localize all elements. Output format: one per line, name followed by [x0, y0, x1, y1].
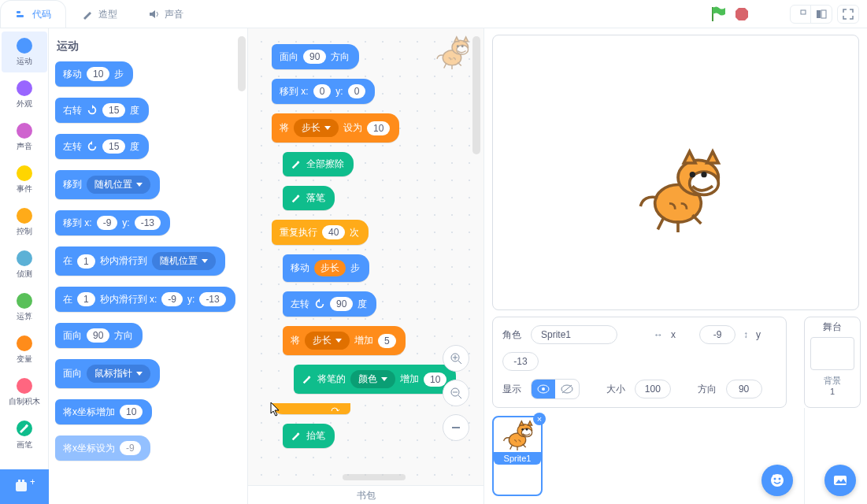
- svg-rect-14: [18, 480, 20, 482]
- cat-motion[interactable]: 运动: [2, 32, 47, 72]
- cat-events[interactable]: 事件: [2, 159, 47, 200]
- cat-myblocks[interactable]: 自制积木: [2, 372, 47, 413]
- direction-label: 方向: [698, 383, 718, 396]
- block-turn-cw[interactable]: 右转15度: [55, 98, 149, 123]
- category-rail: 运动 外观 声音 事件 控制 侦测 运算 变量 自制积木 画笔 +: [0, 28, 49, 504]
- zoom-reset-button[interactable]: [443, 414, 469, 441]
- backdrop-count: 1: [805, 387, 860, 396]
- block-glide-xy[interactable]: 在1秒内滑行到 x:-9y:-13: [55, 287, 235, 312]
- zoom-out-button[interactable]: [443, 380, 469, 406]
- stage-size-controls: [785, 0, 867, 28]
- hide-button[interactable]: [555, 380, 579, 398]
- block-turn-ccw[interactable]: 左转15度: [55, 134, 149, 159]
- sprite-name-input[interactable]: Sprite1: [531, 325, 617, 344]
- script-repeat[interactable]: 重复执行40次: [272, 220, 369, 245]
- stop-icon[interactable]: [735, 7, 749, 21]
- sprite-thumb-label: Sprite1: [494, 452, 541, 465]
- script-pen-up[interactable]: 抬笔: [283, 424, 335, 448]
- workspace-scrollbar-v[interactable]: [472, 36, 480, 154]
- script-stack[interactable]: 面向90方向 移到 x:0y:0 将步长设为10 全部擦除 落笔 重复执行40次…: [272, 44, 456, 458]
- sprite-y-input[interactable]: -13: [502, 352, 539, 371]
- svg-point-29: [771, 474, 784, 487]
- tab-code-label: 代码: [32, 8, 51, 21]
- block-goto-xy[interactable]: 移到 x:-9y:-13: [55, 210, 170, 235]
- sprite-x-input[interactable]: -9: [699, 325, 735, 344]
- block-point-towards[interactable]: 面向鼠标指针: [55, 359, 160, 388]
- palette-scrollbar[interactable]: [238, 36, 246, 91]
- block-point-dir[interactable]: 面向90方向: [55, 323, 143, 348]
- backpack-bar[interactable]: 书包: [248, 485, 484, 504]
- tab-sounds-label: 声音: [165, 8, 183, 21]
- stage-sprite[interactable]: [635, 146, 721, 232]
- script-pen-clear[interactable]: 全部擦除: [283, 152, 354, 176]
- workspace[interactable]: 面向90方向 移到 x:0y:0 将步长设为10 全部擦除 落笔 重复执行40次…: [248, 28, 484, 504]
- script-pen-change-color[interactable]: 将笔的颜色增加10: [294, 365, 456, 394]
- workspace-scrollbar-h[interactable]: [343, 474, 406, 480]
- script-set-var[interactable]: 将步长设为10: [272, 113, 399, 143]
- sprite-thumbnail[interactable]: × Sprite1: [492, 416, 543, 496]
- fullscreen-button[interactable]: [837, 5, 859, 24]
- visibility-toggle[interactable]: [531, 379, 580, 399]
- svg-rect-15: [22, 480, 24, 482]
- block-move-steps[interactable]: 移动10步: [55, 61, 133, 87]
- backdrop-label: 背景: [805, 375, 860, 387]
- stage-thumbnail[interactable]: [810, 337, 854, 370]
- code-icon: [15, 8, 28, 20]
- svg-point-26: [542, 387, 545, 391]
- stage-large-button[interactable]: [811, 6, 832, 23]
- add-extension-button[interactable]: +: [0, 469, 49, 504]
- editor-tabs: 代码 造型 声音: [0, 0, 867, 28]
- svg-rect-13: [16, 482, 27, 491]
- sprite-info-panel: 角色 Sprite1 ↔x -9 ↕y -13 显示 大小 10: [492, 317, 787, 408]
- svg-point-30: [774, 478, 776, 480]
- script-goto-xy[interactable]: 移到 x:0y:0: [272, 79, 375, 104]
- stage-selector[interactable]: 舞台 背景 1: [804, 317, 861, 408]
- size-label: 大小: [606, 383, 627, 396]
- tab-sounds[interactable]: 声音: [132, 0, 198, 28]
- svg-rect-9: [801, 10, 806, 14]
- svg-point-31: [779, 478, 781, 480]
- add-backdrop-button[interactable]: [824, 465, 856, 496]
- tab-costumes-label: 造型: [98, 8, 117, 21]
- palette-heading: 运动: [57, 39, 241, 54]
- speaker-icon: [147, 8, 160, 20]
- script-move-var[interactable]: 移动步长步: [283, 254, 369, 282]
- cat-sound[interactable]: 声音: [2, 117, 47, 158]
- svg-text:+: +: [30, 477, 35, 487]
- tab-costumes[interactable]: 造型: [66, 0, 132, 28]
- cat-operators[interactable]: 运算: [2, 287, 47, 328]
- blocks-panel: 运动 外观 声音 事件 控制 侦测 运算 变量 自制积木 画笔 + 运动 移动1…: [0, 28, 248, 504]
- cat-looks[interactable]: 外观: [2, 74, 47, 115]
- svg-rect-10: [817, 10, 821, 18]
- mouse-cursor-icon: [270, 402, 281, 417]
- stage-title: 舞台: [805, 321, 860, 334]
- cat-pen[interactable]: 画笔: [2, 414, 47, 455]
- block-set-x[interactable]: 将x坐标设为-9: [55, 435, 150, 461]
- script-change-var[interactable]: 将步长增加5: [283, 326, 406, 355]
- svg-marker-8: [735, 8, 748, 20]
- add-sprite-button[interactable]: [761, 465, 793, 496]
- script-turn-ccw[interactable]: 左转90度: [283, 291, 376, 317]
- block-glide-menu[interactable]: 在1秒内滑行到随机位置: [55, 246, 225, 276]
- stage[interactable]: [492, 35, 859, 310]
- block-change-x[interactable]: 将x坐标增加10: [55, 399, 152, 424]
- green-flag-icon[interactable]: [710, 6, 725, 23]
- block-palette[interactable]: 运动 移动10步 右转15度 左转15度 移到随机位置 移到 x:-9y:-13…: [49, 28, 247, 504]
- block-goto-menu[interactable]: 移到随机位置: [55, 170, 160, 199]
- zoom-in-button[interactable]: [443, 345, 469, 372]
- script-pen-down[interactable]: 落笔: [283, 186, 335, 210]
- svg-rect-11: [821, 10, 826, 18]
- cat-sensing[interactable]: 侦测: [2, 244, 47, 285]
- show-button[interactable]: [532, 380, 555, 398]
- stage-small-button[interactable]: [791, 6, 811, 23]
- delete-sprite-button[interactable]: ×: [533, 413, 546, 425]
- cat-control[interactable]: 控制: [2, 202, 47, 243]
- tab-code[interactable]: 代码: [0, 0, 66, 28]
- script-point-dir[interactable]: 面向90方向: [272, 44, 359, 69]
- cat-variables[interactable]: 变量: [2, 329, 47, 370]
- sprite-size-input[interactable]: 100: [635, 380, 671, 398]
- svg-rect-32: [834, 476, 847, 485]
- sprite-direction-input[interactable]: 90: [726, 380, 762, 398]
- show-label: 显示: [502, 383, 523, 396]
- script-repeat-end[interactable]: [272, 403, 350, 414]
